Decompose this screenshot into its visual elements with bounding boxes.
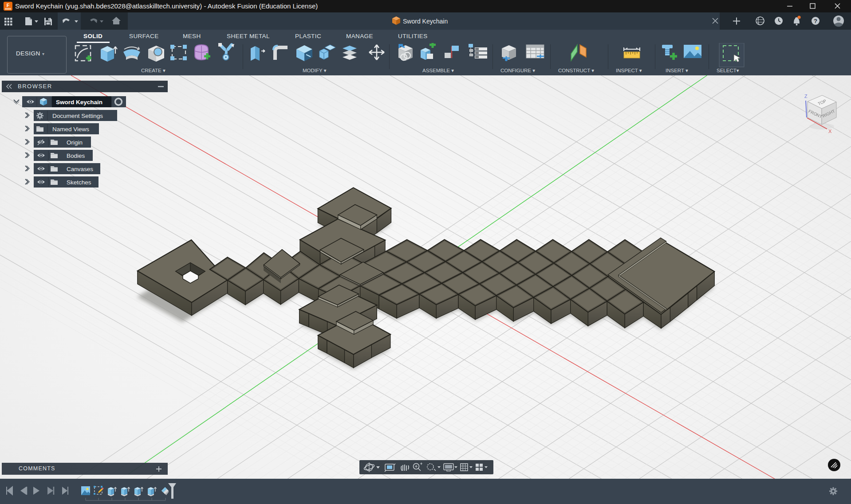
- svg-text:F: F: [7, 3, 10, 8]
- svg-text:Bodies: Bodies: [67, 152, 85, 159]
- svg-text:Sword Keychain: Sword Keychain: [56, 99, 102, 105]
- svg-text:Document Settings: Document Settings: [52, 113, 103, 119]
- svg-text:Z: Z: [804, 94, 808, 99]
- svg-text:X: X: [828, 129, 832, 134]
- svg-text:Named Views: Named Views: [52, 126, 89, 133]
- svg-text:Sketches: Sketches: [67, 179, 91, 186]
- svg-text:?: ?: [814, 18, 817, 24]
- svg-text:Sword Keychain: Sword Keychain: [403, 18, 448, 25]
- svg-text:Canvases: Canvases: [67, 166, 93, 172]
- svg-text:Origin: Origin: [67, 139, 83, 146]
